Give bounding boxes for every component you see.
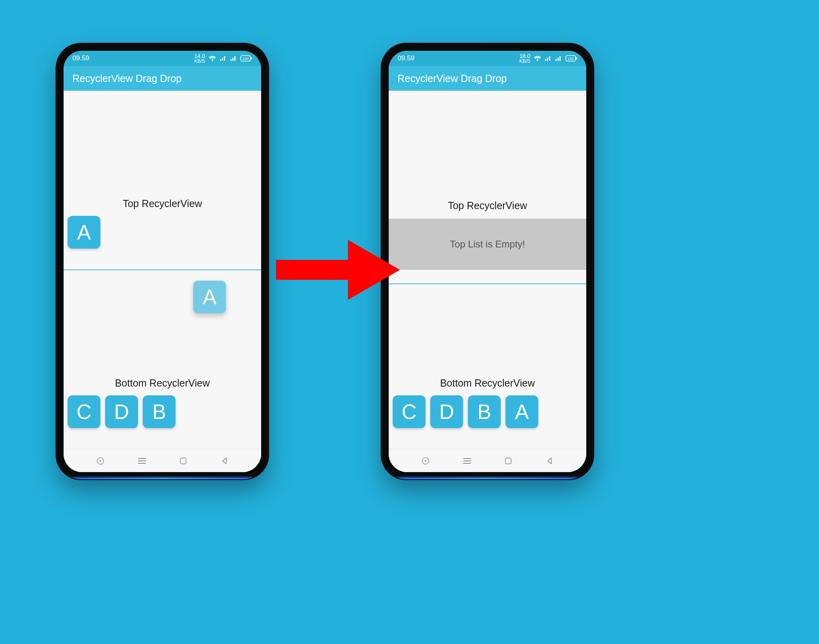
status-bar: 09.59 14.0 KB/S 100 [64,51,261,66]
svg-text:100: 100 [567,57,573,61]
tile-item[interactable]: B [468,395,501,428]
top-recycler-area[interactable]: Top RecyclerView Top List is Empty! [389,91,586,284]
bottom-tile-row: C D B [64,395,261,449]
tile-item[interactable]: C [393,395,425,428]
signal-icon [545,55,552,62]
nav-home-icon[interactable] [179,457,188,465]
nav-control-center-icon[interactable] [421,457,430,465]
top-recycler-area[interactable]: Top RecyclerView A [64,91,261,270]
system-nav-bar [64,449,261,472]
transition-arrow-icon [272,232,408,308]
signal-icon [555,55,562,62]
nav-back-icon[interactable] [545,457,554,465]
network-speed: 14.0 KB/S [194,53,205,64]
popup-camera-module: MI DUAL CAMERA [95,44,159,52]
svg-rect-11 [505,458,511,464]
tile-item[interactable]: D [430,395,463,428]
empty-placeholder: Top List is Empty! [389,219,586,270]
status-time: 09.59 [72,54,90,62]
status-bar: 09.59 18.0 KB/S 100 [389,51,586,66]
status-time: 09.59 [398,54,415,62]
app-content: Top RecyclerView Top List is Empty! Bott… [389,91,586,449]
tile-item[interactable]: C [68,395,100,428]
nav-back-icon[interactable] [220,457,229,465]
svg-text:100: 100 [242,57,248,61]
wifi-icon [533,55,541,62]
network-speed: 18.0 KB/S [519,53,530,64]
nav-recents-icon[interactable] [137,457,147,465]
svg-rect-7 [576,57,577,60]
empty-text: Top List is Empty! [450,239,525,250]
app-content: Top RecyclerView A Bottom RecyclerView C… [64,91,261,449]
nav-recents-icon[interactable] [462,457,472,465]
nav-home-icon[interactable] [504,457,513,465]
phone-mock-right: MI DUAL CAMERA 09.59 18.0 KB/S [382,44,593,479]
app-bar: RecyclerView Drag Drop [64,66,261,91]
status-icons: 14.0 KB/S 100 [194,53,252,64]
tile-item[interactable]: A [505,395,538,428]
tile-item[interactable]: D [105,395,138,428]
bottom-recycler-area[interactable]: Bottom RecyclerView C D B A [389,284,586,449]
screen: 09.59 18.0 KB/S 100 [389,51,586,472]
bottom-section-label: Bottom RecyclerView [64,377,261,389]
phone-mock-left: MI DUAL CAMERA 09.59 14.0 KB/S [56,44,268,479]
status-icons: 18.0 KB/S 100 [519,53,577,64]
app-title: RecyclerView Drag Drop [72,73,182,84]
dragging-tile[interactable]: A [193,281,226,313]
bottom-section-label: Bottom RecyclerView [389,377,586,389]
svg-rect-5 [180,458,186,464]
battery-icon: 100 [240,55,252,62]
popup-camera-module: MI DUAL CAMERA [420,44,484,52]
app-title: RecyclerView Drag Drop [398,73,507,84]
top-section-label: Top RecyclerView [64,198,261,209]
nav-control-center-icon[interactable] [96,457,105,465]
tile-item[interactable]: A [68,216,100,249]
screen: 09.59 14.0 KB/S 100 [64,51,261,472]
bottom-tile-row: C D B A [389,395,586,449]
svg-point-4 [100,460,101,461]
svg-rect-1 [251,57,252,60]
tile-item[interactable]: B [143,395,176,428]
top-section-label: Top RecyclerView [389,200,586,211]
wifi-icon [208,55,216,62]
signal-icon [220,55,227,62]
battery-icon: 100 [565,55,577,62]
app-bar: RecyclerView Drag Drop [389,66,586,91]
system-nav-bar [389,449,586,472]
top-tile-row: A [64,216,261,269]
bottom-recycler-area[interactable]: Bottom RecyclerView C D B [64,270,261,449]
signal-icon [230,55,237,62]
svg-point-10 [425,460,426,461]
